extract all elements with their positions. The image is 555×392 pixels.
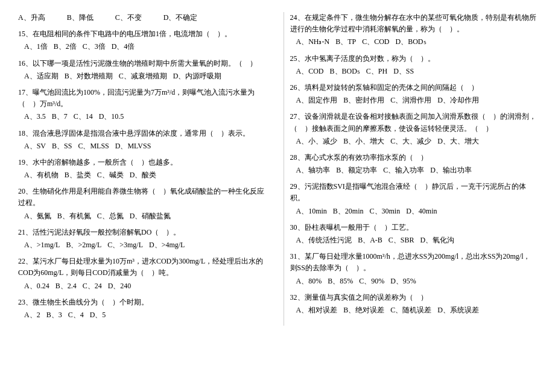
option-item: B、20min	[333, 206, 364, 217]
option-item: B、额定功率	[336, 165, 377, 176]
question-text: 16、以下哪一项是活性污泥微生物的增殖时期中所需大量氧的时期。（ ）	[18, 58, 265, 69]
option-item: C、90%	[359, 276, 384, 287]
options-row: A、2B、3C、4D、5	[18, 309, 265, 321]
question-text: 17、曝气池回流比为100%，回流污泥量为7万m³/d，则曝气池入流污水量为（ …	[18, 87, 265, 110]
question-item: 29、污泥指数SVI是指曝气池混合液经（ ）静沉后，一克干污泥所占的体积。A、1…	[290, 181, 538, 217]
question-item: 26、填料是对旋转的泵轴和固定的壳体之间的间隔起（ ）A、固定作用B、密封作用C…	[290, 82, 538, 106]
option-item: D、>4mg/L	[149, 239, 185, 251]
option-item: D、95%	[390, 276, 416, 287]
question-item: 21、活性污泥法好氧段一般控制溶解氧DO（ ）。A、>1mg/LB、>2mg/L…	[18, 227, 265, 251]
question-text: 22、某污水厂每日处理水量为10万m³，进水COD为300mg/L，经处理后出水…	[18, 256, 265, 279]
options-row: A、氨氮B、有机氮C、总氮D、硝酸盐氮	[18, 210, 265, 222]
option-item: B、7	[52, 111, 68, 122]
question-item: 30、卧柱表曝机一般用于（ ）工艺。A、传统活性污泥B、A-BC、SBRD、氧化…	[290, 222, 538, 246]
question-text: 19、水中的溶解物越多，一般所含（ ）也越多。	[18, 157, 265, 168]
option-item: A、有机物	[24, 169, 59, 181]
question-text: 30、卧柱表曝机一般用于（ ）工艺。	[290, 222, 538, 233]
option-item: C、减衰增殖期	[119, 71, 167, 82]
option-item: C、随机误差	[390, 305, 431, 316]
option-item: A、传统活性污泥	[296, 235, 352, 246]
question-text: 26、填料是对旋转的泵轴和固定的壳体之间的间隔起（ ）	[290, 82, 538, 93]
option-item: D、10.5	[99, 111, 124, 122]
main-content: A、升高 B、降低 C、不变 D、不确定15、在电阻相同的条件下电路中的电压增加…	[18, 12, 537, 326]
option-item: D、冷却作用	[437, 95, 479, 106]
options-row: A、小、减少B、小、增大C、大、减少D、大、增大	[290, 136, 538, 147]
option-item: C、3倍	[83, 41, 106, 52]
option-item: B、小、增大	[343, 136, 384, 147]
option-item: D、4倍	[112, 41, 135, 52]
question-item: 31、某厂每日处理水量1000m³/h，总进水SS为200mg/l，总出水SS为…	[290, 251, 538, 287]
option-item: A、SV	[24, 141, 46, 152]
option-item: A、固定作用	[296, 95, 338, 106]
option-item: C、24	[83, 280, 102, 292]
question-item: 20、生物硝化作用是利用能自养微生物将（ ）氧化成硝酸盐的一种生化反应过程。A、…	[18, 186, 265, 222]
question-item: 19、水中的溶解物越多，一般所含（ ）也越多。A、有机物B、盐类C、碱类D、酸类	[18, 157, 265, 181]
question-text: 18、混合液悬浮固体是指混合液中悬浮固体的浓度，通常用（ ）表示。	[18, 128, 265, 139]
option-item: C、总氮	[97, 210, 124, 222]
options-row: A、传统活性污泥B、A-BC、SBRD、氧化沟	[290, 235, 538, 246]
options-row: A、0.24B、2.4C、24D、240	[18, 280, 265, 292]
question-text: 31、某厂每日处理水量1000m³/h，总进水SS为200mg/l，总出水SS为…	[290, 251, 538, 274]
question-item: 18、混合液悬浮固体是指混合液中悬浮固体的浓度，通常用（ ）表示。A、SVB、S…	[18, 128, 265, 152]
option-item: D、MLVSS	[115, 141, 151, 152]
question-item: 32、测量值与真实值之间的误差称为（ ）A、相对误差B、绝对误差C、随机误差D、…	[290, 292, 538, 316]
option-item: D、系统误差	[437, 305, 479, 316]
option-item: A、小、减少	[296, 136, 338, 147]
option-item: D、40min	[406, 206, 437, 217]
option-item: C、4	[68, 309, 84, 321]
question-text: 21、活性污泥法好氧段一般控制溶解氧DO（ ）。	[18, 227, 265, 238]
option-item: A、适应期	[24, 71, 59, 82]
question-text: 23、微生物生长曲线分为（ ）个时期。	[18, 297, 265, 308]
option-item: A、80%	[296, 276, 322, 287]
options-row: A、固定作用B、密封作用C、润滑作用D、冷却作用	[290, 95, 538, 106]
option-item: C、润滑作用	[390, 95, 431, 106]
question-item: 27、设备润滑就是在设备相对接触表面之间加入润滑系数很（ ）的润滑剂，（ ）接触…	[290, 111, 538, 147]
option-item: A、轴功率	[296, 165, 331, 176]
question-text: 24、在规定条件下，微生物分解存在水中的某些可氧化物质，特别是有机物所进行的生物…	[290, 12, 538, 35]
options-row: A、10minB、20minC、30minD、40min	[290, 206, 538, 217]
right-column: 24、在规定条件下，微生物分解存在水中的某些可氧化物质，特别是有机物所进行的生物…	[284, 12, 538, 326]
question-item: 16、以下哪一项是活性污泥微生物的增殖时期中所需大量氧的时期。（ ）A、适应期B…	[18, 58, 265, 82]
option-item: A、2	[24, 309, 40, 321]
option-item: D、BOD₅	[396, 36, 427, 48]
question-item: 15、在电阻相同的条件下电路中的电压增加1倍，电流增加（ ）。A、1倍B、2倍C…	[18, 28, 265, 52]
options-row: A、有机物B、盐类C、碱类D、酸类	[18, 169, 265, 181]
question-item: 17、曝气池回流比为100%，回流污泥量为7万m³/d，则曝气池入流污水量为（ …	[18, 87, 265, 123]
option-item: C、大、减少	[390, 136, 431, 147]
option-item: A、相对误差	[296, 305, 338, 316]
question-text: A、升高 B、降低 C、不变 D、不确定	[18, 12, 265, 24]
question-item: 24、在规定条件下，微生物分解存在水中的某些可氧化物质，特别是有机物所进行的生物…	[290, 12, 538, 48]
options-row: A、80%B、85%C、90%D、95%	[290, 276, 538, 287]
question-text: 27、设备润滑就是在设备相对接触表面之间加入润滑系数很（ ）的润滑剂，（ ）接触…	[290, 111, 538, 134]
question-text: 20、生物硝化作用是利用能自养微生物将（ ）氧化成硝酸盐的一种生化反应过程。	[18, 186, 265, 209]
option-item: D、大、增大	[437, 136, 479, 147]
option-item: A、3.5	[24, 111, 46, 122]
option-item: B、2.4	[56, 280, 77, 292]
question-item: A、升高 B、降低 C、不变 D、不确定	[18, 12, 265, 24]
option-item: D、内源呼吸期	[173, 71, 222, 82]
option-item: C、SBR	[388, 235, 414, 246]
question-item: 22、某污水厂每日处理水量为10万m³，进水COD为300mg/L，经处理后出水…	[18, 256, 265, 292]
option-item: D、5	[90, 309, 106, 321]
option-item: A、>1mg/L	[24, 239, 60, 251]
option-item: B、85%	[328, 276, 353, 287]
option-item: B、盐类	[65, 169, 91, 181]
question-text: 28、离心式水泵的有效功率指水泵的（ ）	[290, 152, 538, 163]
question-item: 23、微生物生长曲线分为（ ）个时期。A、2B、3C、4D、5	[18, 297, 265, 321]
option-item: B、绝对误差	[343, 305, 384, 316]
options-row: A、轴功率B、额定功率C、输入功率D、输出功率	[290, 165, 538, 176]
options-row: A、3.5B、7C、14D、10.5	[18, 111, 265, 122]
option-item: D、硝酸盐氮	[130, 210, 171, 222]
option-item: B、SS	[52, 141, 72, 152]
options-row: A、CODB、BOD₅C、PHD、SS	[290, 66, 538, 77]
option-item: A、COD	[296, 66, 324, 77]
option-item: B、A-B	[358, 235, 382, 246]
option-item: B、TP	[335, 36, 356, 48]
option-item: C、PH	[366, 66, 387, 77]
option-item: B、密封作用	[343, 95, 384, 106]
question-text: 29、污泥指数SVI是指曝气池混合液经（ ）静沉后，一克干污泥所占的体积。	[290, 181, 538, 204]
question-item: 28、离心式水泵的有效功率指水泵的（ ）A、轴功率B、额定功率C、输入功率D、输…	[290, 152, 538, 176]
option-item: D、氧化沟	[420, 235, 455, 246]
option-item: D、输出功率	[430, 165, 472, 176]
options-row: A、SVB、SSC、MLSSD、MLVSS	[18, 141, 265, 152]
